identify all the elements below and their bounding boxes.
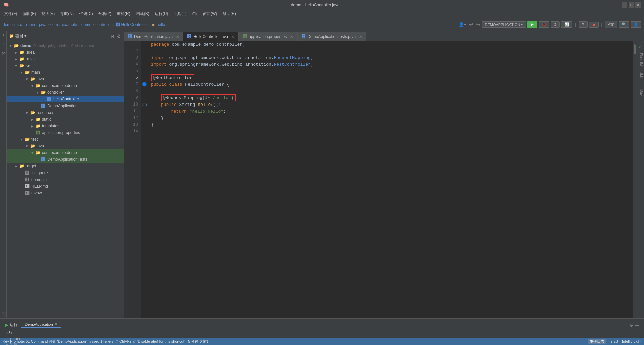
terminal-icon[interactable]: ⬛	[1, 313, 5, 317]
collapse-all-icon[interactable]: ⊖	[111, 33, 115, 39]
tree-item-java[interactable]: ▼ 📂 java	[7, 76, 124, 82]
code-content[interactable]: package com.example.demo.controller; imp…	[148, 41, 633, 318]
breadcrumb-com[interactable]: com	[50, 22, 58, 27]
breadcrumb-hello[interactable]: hello	[157, 22, 165, 27]
tab-demo-application[interactable]: 🅲 DemoApplication.java ✕	[124, 32, 183, 41]
tree-item-com-example-demo[interactable]: ▼ 📂 com.example.demo	[7, 82, 124, 89]
close-button[interactable]: ✕	[635, 2, 641, 8]
tree-arrow-com-example-demo[interactable]: ▼	[30, 84, 35, 88]
tree-arrow-src[interactable]: ▼	[13, 64, 19, 68]
tree-item-idea[interactable]: ▶ 📁 .idea	[7, 49, 124, 56]
profile-button[interactable]: 📊	[561, 21, 572, 28]
tree-item-test[interactable]: ▼ 📂 test	[7, 136, 124, 143]
bottom-tab-run[interactable]: DemoApplication ✕	[21, 321, 60, 328]
tree-arrow-main[interactable]: ▼	[19, 71, 24, 74]
tree-item-hello-controller[interactable]: 🅲 HelloController	[7, 96, 124, 102]
menu-run[interactable]: 运行(U)	[152, 10, 171, 17]
tab-demo-application-tests[interactable]: 🅲 DemoApplicationTests.java ✕	[298, 32, 366, 41]
breadcrumb-java[interactable]: java	[39, 22, 46, 27]
tree-item-test-java[interactable]: ▼ 📂 java	[7, 143, 124, 149]
tab-close-application-properties[interactable]: ✕	[290, 34, 293, 39]
tree-item-src[interactable]: ▼ 📂 src	[7, 62, 124, 69]
tree-item-templates[interactable]: ▶ 📁 templates	[7, 123, 124, 129]
tree-arrow-test-package[interactable]: ▼	[30, 151, 35, 155]
tab-close-hello-controller[interactable]: ✕	[231, 34, 234, 39]
tree-arrow-demo[interactable]: ▼	[8, 44, 13, 48]
coverage-button[interactable]: ⊙	[551, 21, 560, 28]
tree-arrow-idea[interactable]: ▶	[13, 51, 19, 54]
menu-help[interactable]: 帮助(H)	[220, 10, 239, 17]
scroll-thumb[interactable]	[634, 44, 636, 54]
tree-arrow-mvn[interactable]: ▶	[13, 57, 19, 61]
tree-item-test-package[interactable]: ▼ 📂 com.example.demo	[7, 149, 124, 156]
tree-item-mvn[interactable]: ▶ 📁 .mvn	[7, 56, 124, 62]
menu-refactor[interactable]: 重构(R)	[114, 10, 133, 17]
tab-close-demo-application[interactable]: ✕	[176, 34, 179, 39]
tree-arrow-test-java[interactable]: ▼	[24, 144, 30, 148]
menu-git[interactable]: Git	[190, 11, 200, 17]
tree-item-help-md[interactable]: 🅼 HELP.md	[7, 183, 124, 190]
toolbar-back-icon[interactable]: ↩	[469, 21, 473, 28]
account-button[interactable]: 👤	[631, 21, 641, 28]
menu-tools[interactable]: 工具(T)	[171, 10, 189, 17]
menu-navigate[interactable]: 导航(N)	[57, 10, 76, 17]
menu-window[interactable]: 窗口(W)	[200, 10, 220, 17]
tree-arrow-test[interactable]: ▼	[19, 138, 24, 141]
minimize-button[interactable]: ─	[622, 2, 627, 8]
tree-item-target[interactable]: ▶ 📁 target	[7, 163, 124, 169]
event-log-button[interactable]: 事件日志	[588, 339, 606, 344]
breadcrumb-main[interactable]: main	[26, 22, 35, 27]
breadcrumb-controller[interactable]: controller	[95, 22, 112, 27]
breadcrumb-src[interactable]: src	[17, 22, 22, 27]
debug-button[interactable]: 🐞	[539, 21, 549, 28]
menu-code[interactable]: 代码(C)	[76, 10, 96, 17]
update-button[interactable]: ⟳	[579, 21, 588, 28]
menu-view[interactable]: 视图(V)	[39, 10, 57, 17]
tree-item-gitignore[interactable]: 🅶 .gitignore	[7, 169, 124, 176]
breadcrumb-demo[interactable]: demo	[3, 22, 13, 27]
menu-file[interactable]: 文件(F)	[1, 10, 20, 17]
bookmarks-icon[interactable]: ☆	[1, 42, 5, 46]
run-button[interactable]: ▶	[527, 21, 537, 28]
git-icon[interactable]: ⎇	[1, 51, 5, 56]
tab-close-demo-application-tests[interactable]: ✕	[359, 34, 362, 39]
scroll-bar[interactable]	[633, 41, 636, 318]
breadcrumb-example[interactable]: example	[62, 22, 77, 27]
plantuml-label[interactable]: PlantUML	[638, 51, 644, 70]
tree-arrow-target[interactable]: ▶	[13, 164, 19, 168]
tree-arrow-java[interactable]: ▼	[24, 77, 30, 81]
tree-arrow-static[interactable]: ▶	[30, 118, 35, 121]
settings-icon[interactable]: ⚙	[117, 33, 121, 39]
tree-item-demo-application[interactable]: 🅲 DemoApplication	[7, 102, 124, 109]
tree-item-mvnw[interactable]: 🅼 mvnw	[7, 190, 124, 196]
search-button[interactable]: 🔍	[619, 21, 629, 28]
breadcrumb-demo2[interactable]: demo	[81, 22, 91, 27]
menu-edit[interactable]: 编辑(E)	[20, 10, 39, 17]
menu-build[interactable]: 构建(B)	[133, 10, 152, 17]
toolbar-user-icon[interactable]: 👤▾	[459, 22, 466, 27]
tree-arrow-templates[interactable]: ▶	[30, 124, 35, 128]
structure-icon[interactable]: ≡	[1, 34, 5, 36]
breadcrumb-hellocontroller[interactable]: HelloController	[121, 22, 148, 27]
stop-button[interactable]: ⏹	[589, 22, 599, 28]
toolbar-forward-icon[interactable]: ↪	[476, 21, 480, 28]
tree-arrow-resources[interactable]: ▼	[24, 111, 30, 115]
bottom-settings-icon[interactable]: ⚙	[630, 323, 633, 328]
tab-hello-controller[interactable]: 🅲 HelloController.java ✕	[183, 32, 239, 41]
tree-item-demo-iml[interactable]: 🅸 demo.iml	[7, 176, 124, 183]
bottom-minimize-icon[interactable]: —	[635, 323, 639, 328]
tree-item-controller[interactable]: ▼ 📂 controller	[7, 89, 124, 96]
menu-analyze[interactable]: 分析(Z)	[96, 10, 114, 17]
tree-item-app-properties[interactable]: 🅰 application.properties	[7, 129, 124, 136]
translate-button[interactable]: A文	[605, 21, 617, 28]
maximize-button[interactable]: □	[629, 2, 634, 8]
tree-item-demo-application-tests[interactable]: 🅲 DemoApplicationTests	[7, 156, 124, 163]
tree-item-demo[interactable]: ▼ 📂 demo D:\study\springboot\demo01\demo…	[7, 42, 124, 49]
uml-label[interactable]: UML	[638, 70, 644, 81]
tree-item-resources[interactable]: ▼ 📂 resources	[7, 109, 124, 116]
bottom-tab-close[interactable]: ✕	[54, 322, 57, 326]
tab-run[interactable]: 运行	[3, 329, 25, 336]
run-play-icon[interactable]: ▶	[5, 323, 8, 327]
tree-arrow-controller[interactable]: ▼	[35, 91, 40, 94]
maven-label[interactable]: Maven	[638, 87, 644, 101]
